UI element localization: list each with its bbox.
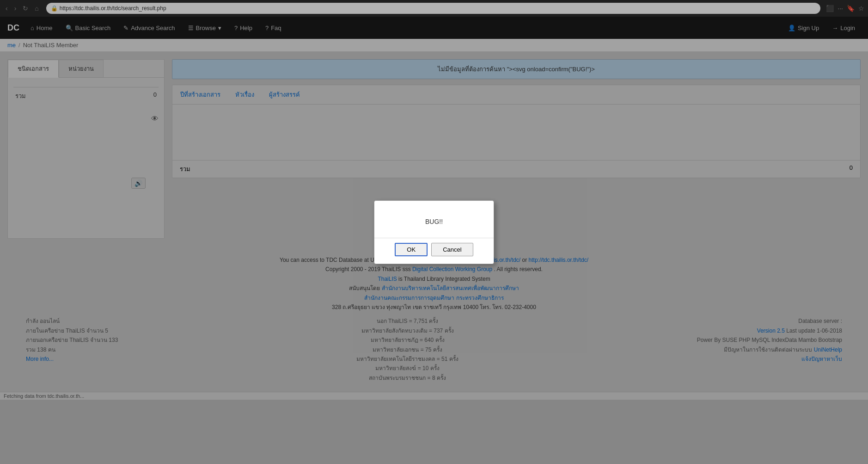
modal-ok-button[interactable]: OK bbox=[395, 243, 428, 256]
modal-footer: OK Cancel bbox=[374, 238, 494, 264]
modal-message: BUG!! bbox=[425, 218, 443, 225]
modal-overlay: BUG!! OK Cancel bbox=[0, 0, 868, 464]
modal-body: BUG!! bbox=[374, 201, 494, 238]
modal-dialog: BUG!! OK Cancel bbox=[374, 200, 494, 264]
modal-cancel-button[interactable]: Cancel bbox=[431, 243, 473, 256]
